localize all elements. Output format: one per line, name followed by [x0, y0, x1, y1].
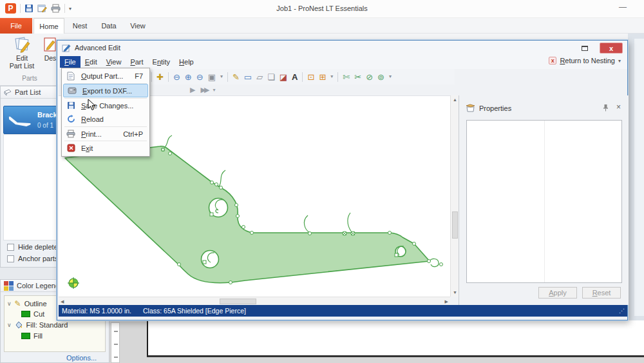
print-shortcut: Ctrl+P	[123, 130, 143, 138]
rect-select-icon[interactable]: ▭	[244, 73, 252, 81]
zoom-in-icon[interactable]: ⊕	[185, 73, 192, 81]
properties-list[interactable]	[466, 120, 622, 283]
chevron-down-icon[interactable]: ▾	[618, 58, 621, 64]
add-entity-icon[interactable]: ⊞	[319, 73, 326, 81]
color-legend-title: Color Legend	[17, 282, 59, 289]
anchor-parts-checkbox[interactable]: Anchor parts	[7, 255, 58, 262]
resize-grip[interactable]: ⋰	[619, 308, 625, 314]
mouse-cursor	[88, 99, 96, 111]
return-to-nesting-label: Return to Nesting	[560, 57, 615, 64]
text-tool-icon[interactable]: A	[292, 73, 298, 81]
zoom-out-icon[interactable]: ⊖	[173, 73, 180, 81]
close-button[interactable]: x	[600, 43, 623, 54]
split-icon[interactable]: ✂	[354, 73, 361, 81]
ruler-tick	[114, 344, 118, 345]
output-part-label: Output Part...	[81, 72, 123, 80]
tab-data[interactable]: Data	[95, 18, 122, 34]
tab-home[interactable]: Home	[33, 18, 64, 34]
hide-depleted-checkbox[interactable]: Hide depleted	[7, 243, 62, 251]
scrollbar-thumb[interactable]	[220, 299, 256, 304]
app-window: P ▾ Job1 - ProNest LT Essentials — File …	[0, 0, 644, 363]
minimize-button[interactable]: —	[616, 3, 630, 13]
measure-icon[interactable]: ▱	[256, 73, 263, 81]
chevron-down-icon[interactable]: ▾	[389, 74, 392, 79]
edit-part-list-label-2: Part List	[10, 62, 35, 70]
reload-label: Reload	[81, 115, 104, 123]
close-icon[interactable]: ×	[616, 104, 621, 112]
scroll-up-icon[interactable]: ▲	[453, 97, 457, 102]
chevron-down-icon[interactable]: ▾	[220, 74, 223, 79]
right-edge-strip-inner	[634, 39, 644, 316]
zoom-window-icon[interactable]: ⊖	[196, 73, 204, 81]
design-label: Des	[44, 54, 57, 62]
sketch-icon[interactable]: ✎	[232, 73, 240, 81]
tab-file[interactable]: File	[0, 18, 32, 34]
print-menu-icon	[66, 130, 75, 139]
maximize-button[interactable]	[576, 43, 594, 54]
menu-view[interactable]: View	[102, 56, 126, 68]
vertical-ruler	[111, 322, 120, 363]
edit-part-list-button[interactable]: Edit Part List	[5, 36, 39, 70]
trim-icon[interactable]: ✄	[343, 73, 350, 81]
scroll-right-icon[interactable]: ▶	[445, 299, 448, 304]
checkbox-icon[interactable]	[7, 244, 14, 251]
menu-item-exit[interactable]: Exit	[62, 141, 149, 155]
menu-part[interactable]: Part	[126, 56, 147, 68]
tool-icon[interactable]: ✚	[156, 73, 164, 81]
zoom-fit-icon[interactable]: ▣	[208, 73, 216, 81]
dialog-titlebar[interactable]: Advanced Edit	[57, 41, 627, 55]
nest-sheet[interactable]	[147, 320, 644, 357]
lead-out-icon[interactable]: ⊚	[377, 73, 384, 81]
tab-view[interactable]: View	[124, 18, 151, 34]
part-list-item-selected[interactable]: Bracket 0 of 1	[3, 106, 57, 134]
scroll-left-icon[interactable]: ◀	[61, 299, 64, 304]
play-icon[interactable]: ▶	[190, 86, 195, 94]
dialog-title: Advanced Edit	[75, 44, 120, 52]
menu-file[interactable]: File	[60, 56, 80, 68]
no-fill-icon[interactable]: ◪	[279, 73, 287, 81]
scroll-down-icon[interactable]: ▼	[453, 290, 457, 295]
chevron-down-icon[interactable]: ▾	[330, 74, 333, 79]
part-list-body[interactable]	[3, 134, 57, 240]
move-part-icon[interactable]: ⊡	[307, 73, 314, 81]
color-legend-icon	[4, 281, 14, 291]
part-list-header: Part List	[1, 86, 59, 99]
checkbox-icon[interactable]	[7, 255, 14, 262]
menu-help[interactable]: Help	[175, 56, 198, 68]
chevron-down-icon[interactable]: ▾	[213, 87, 215, 93]
part-list-icon	[4, 89, 12, 96]
vertical-scrollbar[interactable]: ▲ ▼	[450, 95, 459, 297]
scrollbar-thumb[interactable]	[452, 211, 458, 239]
legend-cut-row[interactable]: Cut	[21, 310, 44, 318]
menu-item-output-part[interactable]: Output Part... F7	[62, 69, 149, 83]
window-title: Job1 - ProNest LT Essentials	[0, 5, 644, 12]
horizontal-scrollbar[interactable]: ◀ ▶	[59, 297, 450, 305]
menu-item-print[interactable]: Print... Ctrl+P	[62, 127, 149, 141]
ribbon-group-label: Parts	[9, 75, 50, 82]
lead-in-icon[interactable]: ⊘	[366, 73, 373, 81]
chevron-down-icon[interactable]: ∨	[7, 300, 12, 307]
legend-outline-group[interactable]: ∨ ✎ Outline	[7, 299, 47, 308]
legend-fill-group[interactable]: ∨ Fill: Standard	[7, 321, 68, 329]
exit-icon	[66, 144, 75, 153]
output-part-icon	[66, 72, 75, 81]
sheet-icon[interactable]: ❏	[267, 73, 275, 81]
chevron-down-icon[interactable]: ∨	[7, 322, 12, 328]
paint-bucket-icon	[15, 321, 23, 329]
apply-button[interactable]: Apply	[538, 287, 577, 299]
menu-item-save-changes[interactable]: Save Changes...	[62, 99, 149, 112]
menu-entity[interactable]: Entity	[148, 56, 175, 68]
legend-fill-row[interactable]: Fill	[21, 332, 43, 340]
options-link[interactable]: Options...	[66, 354, 97, 362]
menu-item-reload[interactable]: Reload	[62, 112, 149, 126]
menu-item-export-dxf[interactable]: Export to DXF...	[63, 84, 148, 97]
menu-edit[interactable]: Edit	[80, 56, 102, 68]
dialog-menubar: File Edit View Part Entity Help	[57, 55, 627, 69]
reset-button[interactable]: Reset	[582, 287, 621, 299]
return-to-nesting-button[interactable]: x Return to Nesting ▾	[549, 57, 621, 64]
pin-icon[interactable]	[603, 104, 609, 112]
export-dxf-icon	[68, 86, 77, 95]
tab-nest[interactable]: Nest	[66, 18, 93, 34]
part-thumbnail-icon	[8, 114, 33, 128]
skip-to-end-icon[interactable]: ▶▶	[200, 86, 207, 94]
